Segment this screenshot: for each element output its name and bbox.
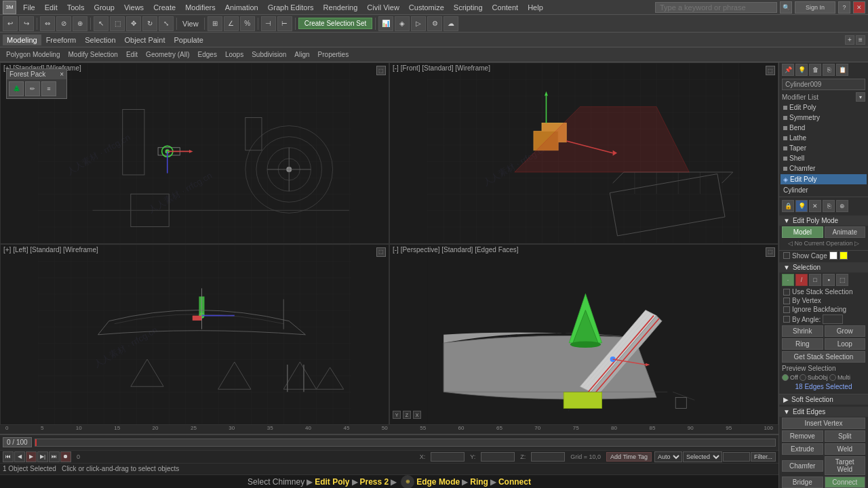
move-btn[interactable]: ✥: [126, 16, 141, 31]
target-weld-btn[interactable]: Target Weld: [825, 456, 866, 475]
loops-item[interactable]: Loops: [222, 49, 247, 60]
vp-bottomright-maximize[interactable]: ⬚: [766, 247, 775, 257]
filter-btn[interactable]: Filter...: [751, 452, 776, 462]
viewport-bottomleft[interactable]: [+] [Left] [Standard] [Wireframe] 人人素材 ·…: [0, 244, 389, 426]
select-region-btn[interactable]: ⬚: [110, 16, 125, 31]
bind-btn[interactable]: ⊕: [73, 16, 87, 31]
viewport-topleft[interactable]: [+] [Standard] [Wireframe] Forest Pack ×…: [0, 62, 389, 244]
by-angle-cb[interactable]: [783, 316, 790, 323]
menu-tools[interactable]: Tools: [63, 2, 89, 13]
cage-color-swatch2[interactable]: [840, 251, 848, 260]
selected-select[interactable]: Selected: [683, 451, 722, 462]
stack-delete-icon[interactable]: ✕: [809, 200, 821, 212]
selection-tab[interactable]: Selection: [81, 35, 119, 45]
properties-item[interactable]: Properties: [315, 49, 353, 60]
search-box[interactable]: [655, 2, 777, 13]
remove-btn[interactable]: Remove: [782, 430, 823, 442]
scale-btn[interactable]: ⤡: [159, 16, 174, 31]
populate-tab[interactable]: Populate: [170, 35, 207, 45]
create-selection-set-btn[interactable]: Create Selection Set: [298, 18, 373, 29]
modifier-symmetry[interactable]: Symmetry: [779, 113, 868, 123]
menu-edit[interactable]: Edit: [41, 2, 62, 13]
modifier-chamfer[interactable]: Chamfer: [779, 163, 868, 174]
unlink-btn[interactable]: ⊘: [56, 16, 71, 31]
model-btn[interactable]: Model: [782, 226, 823, 238]
connect-btn[interactable]: Connect: [825, 476, 866, 488]
modeling-tab[interactable]: Modeling: [3, 35, 41, 45]
stack-light-icon[interactable]: 💡: [795, 200, 808, 212]
help-icon[interactable]: ?: [838, 1, 850, 14]
object-name-field[interactable]: Cylinder009: [782, 79, 865, 90]
vertex-mode-btn[interactable]: ·: [782, 274, 794, 286]
menu-modifiers[interactable]: Modifiers: [181, 2, 220, 13]
align-item[interactable]: Align: [291, 49, 313, 60]
shrink-btn[interactable]: Shrink: [782, 325, 823, 337]
select-btn[interactable]: ↖: [94, 16, 108, 31]
playback-mode-select[interactable]: Auto: [654, 451, 682, 462]
rp-pin-icon[interactable]: 📌: [782, 64, 794, 76]
go-end-btn[interactable]: ⏭: [49, 451, 60, 462]
extrude-btn[interactable]: Extrude: [782, 443, 823, 455]
menu-create[interactable]: Create: [149, 2, 180, 13]
modifier-shell[interactable]: Shell: [779, 153, 868, 163]
edit-edges-title[interactable]: ▼ Edit Edges: [779, 407, 868, 417]
soft-selection-title[interactable]: ▶ Soft Selection: [779, 394, 868, 405]
show-cage-checkbox[interactable]: [783, 252, 790, 259]
menu-file[interactable]: File: [19, 2, 39, 13]
rp-bulb-icon[interactable]: 💡: [795, 64, 808, 76]
preview-multi-radio[interactable]: [829, 374, 836, 381]
menu-rendering[interactable]: Rendering: [319, 2, 362, 13]
geometry-all-item[interactable]: Geometry (All): [142, 49, 193, 60]
menu-graph-editors[interactable]: Graph Editors: [264, 2, 318, 13]
modifier-list-dropdown[interactable]: ▾: [856, 92, 865, 102]
forest-btn-1[interactable]: 🌲: [9, 81, 24, 96]
vp-bottomleft-maximize[interactable]: ⬚: [376, 247, 386, 257]
viewport-bottomright[interactable]: [-] [Perspective] [Standard] [Edged Face…: [389, 244, 778, 426]
chamfer-edge-btn[interactable]: Chamfer: [782, 460, 823, 472]
forest-btn-2[interactable]: ✏: [25, 81, 40, 96]
edges-item[interactable]: Edges: [195, 49, 220, 60]
play-btn[interactable]: ▶: [26, 451, 37, 462]
edge-mode-btn[interactable]: /: [795, 274, 808, 286]
menu-animation[interactable]: Animation: [221, 2, 262, 13]
frame-counter[interactable]: 0 / 100: [3, 437, 32, 447]
rp-copy-icon[interactable]: ⎘: [823, 64, 835, 76]
graph-btn[interactable]: 📊: [378, 16, 393, 31]
render-btn[interactable]: ▷: [411, 16, 426, 31]
weld-btn[interactable]: Weld: [825, 443, 866, 455]
toolbar3-config-btn[interactable]: ≡: [856, 35, 865, 45]
preview-off-radio[interactable]: [782, 374, 789, 381]
align-btn[interactable]: ⊢: [277, 16, 292, 31]
ring-btn[interactable]: Ring: [782, 338, 823, 350]
by-angle-input[interactable]: [823, 314, 843, 324]
fps-input[interactable]: [723, 452, 750, 462]
split-btn[interactable]: Split: [825, 430, 866, 442]
toolbar3-expand-btn[interactable]: +: [845, 35, 854, 45]
undo-btn[interactable]: ↩: [3, 16, 18, 31]
angle-snap-btn[interactable]: ∠: [224, 16, 239, 31]
subdivision-item[interactable]: Subdivision: [248, 49, 290, 60]
snap-btn[interactable]: ⊞: [208, 16, 222, 31]
material-btn[interactable]: ◈: [395, 16, 410, 31]
viewport-topright[interactable]: [-] [Front] [Standard] [Wireframe] 人人素材 …: [389, 62, 778, 244]
freeform-tab[interactable]: Freeform: [42, 35, 81, 45]
search-icon[interactable]: 🔍: [780, 1, 792, 14]
next-frame-btn[interactable]: ▶|: [37, 451, 48, 462]
edit-poly-mode-title[interactable]: ▼ Edit Poly Mode: [779, 216, 868, 226]
z-input[interactable]: [531, 452, 565, 462]
timeline-bar[interactable]: [35, 439, 776, 447]
signin-icon[interactable]: Sign In: [795, 1, 835, 14]
modifier-lathe[interactable]: Lathe: [779, 133, 868, 143]
vp-topright-maximize[interactable]: ⬚: [766, 66, 775, 75]
menu-help[interactable]: Help: [524, 2, 547, 13]
object-paint-tab[interactable]: Object Paint: [121, 35, 170, 45]
modifier-bend[interactable]: Bend: [779, 123, 868, 133]
x-input[interactable]: [431, 452, 465, 462]
animate-btn[interactable]: Animate: [825, 226, 866, 238]
use-stack-cb[interactable]: [783, 289, 790, 296]
element-mode-btn[interactable]: ⬚: [836, 274, 848, 286]
cage-color-swatch1[interactable]: [829, 251, 837, 260]
menu-scripting[interactable]: Scripting: [450, 2, 487, 13]
modifier-taper[interactable]: Taper: [779, 143, 868, 153]
menu-content[interactable]: Content: [488, 2, 523, 13]
